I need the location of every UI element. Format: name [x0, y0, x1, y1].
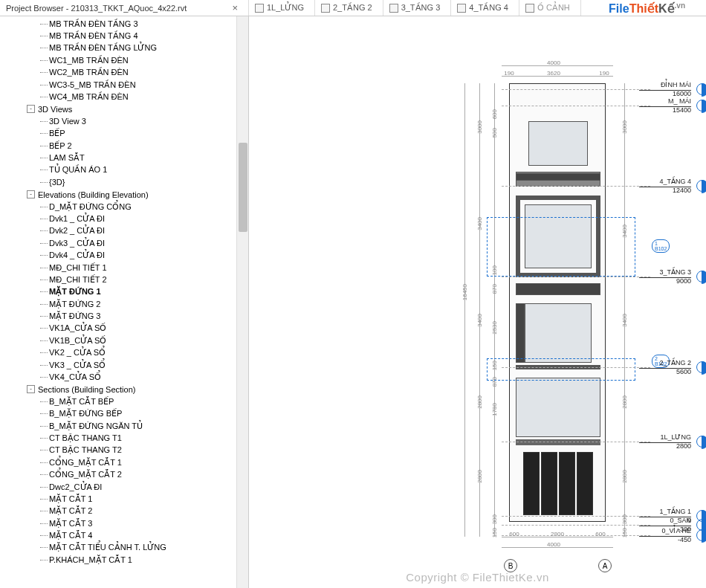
tree-node[interactable]: MB TRẦN ĐÈN TẦNG 4: [0, 30, 248, 42]
callout-1[interactable]: [487, 217, 635, 277]
level-marker-icon[interactable]: [696, 361, 706, 373]
tab-tang-2[interactable]: 2_TẦNG 2: [315, 0, 383, 16]
tree-node[interactable]: 3D View 3: [0, 115, 248, 127]
tree-node[interactable]: Dvk3 _ CỬA ĐI: [0, 237, 248, 249]
tree-node[interactable]: MB TRẦN ĐÈN TẦNG LỬNG: [0, 42, 248, 54]
tree-node[interactable]: VK2 _ CỬA SỔ: [0, 347, 248, 359]
tree-node[interactable]: CT BẬC THANG T1: [0, 432, 248, 444]
level-label[interactable]: 4_TẦNG 412400: [639, 178, 691, 195]
level-label[interactable]: 1L_LƯNG2800: [639, 434, 691, 450]
tab-canh[interactable]: Ồ CẢNH: [519, 0, 581, 16]
tree-node[interactable]: Dwc2_CỬA ĐI: [0, 481, 248, 493]
tree-node[interactable]: MẶT ĐỨNG 1: [0, 286, 248, 298]
view-tabs: 1L_LỬNG 2_TẦNG 2 3_TẦNG 3 4_TẦNG 4 Ồ CẢN…: [249, 0, 581, 16]
tree-label: WC3-5_MB TRẦN ĐÈN: [49, 80, 136, 90]
view-icon: [525, 4, 534, 13]
tree-node[interactable]: MẶT CẮT 3: [0, 517, 248, 529]
tree-node[interactable]: VK3 _ CỬA SỔ: [0, 359, 248, 371]
tree-node[interactable]: MẶT CẮT 4: [0, 529, 248, 541]
tree-node[interactable]: MẶT CẮT TIỂU CẢNH T. LỬNG: [0, 542, 248, 554]
tree-node[interactable]: B_MẶT ĐỨNG BẾP: [0, 408, 248, 420]
tree-node[interactable]: VK1A_CỬA SỐ: [0, 323, 248, 335]
tree-node[interactable]: Dvk4 _ CỬA ĐI: [0, 249, 248, 261]
tree-label: Elevations (Building Elevation): [38, 190, 149, 199]
tree-label: WC2_MB TRẦN ĐÈN: [49, 68, 129, 77]
tree-node[interactable]: -Sections (Building Section): [0, 384, 248, 395]
tree-node[interactable]: D_MẶT ĐỨNG CỔNG: [0, 201, 248, 213]
level-label[interactable]: 3_TẦNG 39000: [639, 269, 691, 285]
browser-scrollbar[interactable]: [236, 16, 248, 588]
tree-label: VK2 _ CỬA SỔ: [49, 348, 106, 358]
tree-label: WC1_MB TRẦN ĐÈN: [49, 56, 129, 65]
tree-node[interactable]: TỦ QUẦN ÁO 1: [0, 164, 248, 176]
callout-tag-1[interactable]: 1B102: [652, 239, 670, 253]
tree-node[interactable]: CỔNG_MẶT CẮT 2: [0, 468, 248, 480]
tree-node[interactable]: -Elevations (Building Elevation): [0, 188, 248, 200]
tree-node[interactable]: CT BẬC THANG T2: [0, 445, 248, 456]
tab-tang-3[interactable]: 3_TẦNG 3: [383, 0, 452, 16]
tree-label: B_MẶT ĐỨNG BẾP: [49, 409, 122, 419]
level-line: [502, 89, 650, 90]
level-marker-icon[interactable]: [696, 83, 706, 95]
tree-node[interactable]: Dvk1 _ CỬA ĐI: [0, 213, 248, 224]
project-browser[interactable]: MB TRẦN ĐÈN TẦNG 3MB TRẦN ĐÈN TẦNG 4MB T…: [0, 16, 249, 588]
tree-label: B_MẶT CẮT BẾP: [49, 397, 114, 407]
tree-toggle-icon[interactable]: -: [27, 190, 35, 198]
tree-node[interactable]: MẶT CẮT 2: [0, 505, 248, 517]
tree-node[interactable]: Dvk2 _ CỬA ĐI: [0, 225, 248, 237]
tree-label: MẶT CẮT 3: [49, 519, 92, 529]
tree-node[interactable]: -3D Views: [0, 103, 248, 115]
level-marker-icon[interactable]: [696, 271, 706, 282]
tree-node[interactable]: WC1_MB TRẦN ĐÈN: [0, 54, 248, 66]
tree-node[interactable]: BẾP 2: [0, 140, 248, 152]
tree-label: MĐ_CHI TIẾT 1: [49, 263, 107, 273]
level-label[interactable]: ĐỈNH MÁI16000: [639, 82, 691, 98]
tree-node[interactable]: MẶT CẮT 1: [0, 493, 248, 505]
tree-toggle-icon[interactable]: -: [27, 385, 35, 393]
tree-label: TỦ QUẦN ÁO 1: [49, 165, 107, 175]
level-label[interactable]: 0_VỈA HÈ-450: [639, 528, 691, 544]
grid-bubble-b[interactable]: B: [504, 559, 517, 572]
level-line: [502, 106, 650, 106]
tree-node[interactable]: WC3-5_MB TRẦN ĐÈN: [0, 79, 248, 91]
level-marker-icon[interactable]: [696, 529, 706, 541]
tab-tang-4[interactable]: 4_TẦNG 4: [451, 0, 519, 16]
tree-node[interactable]: MB TRẦN ĐÈN TẦNG 3: [0, 18, 248, 30]
tree-node[interactable]: BẾP: [0, 128, 248, 140]
tree-node[interactable]: WC2_MB TRẦN ĐÈN: [0, 67, 248, 79]
tree-node[interactable]: MĐ_CHI TIẾT 1: [0, 262, 248, 274]
tree-node[interactable]: MĐ_CHI TIẾT 2: [0, 274, 248, 285]
tree-toggle-icon[interactable]: -: [27, 105, 35, 113]
drawing-canvas[interactable]: 4000 190 3620 190 16450 3000 600 500 340…: [249, 16, 706, 588]
tree-node[interactable]: CỔNG_MẶT CẮT 1: [0, 456, 248, 468]
tree-node[interactable]: B_MẶT CẮT BẾP: [0, 395, 248, 407]
tree-label: B_MẶT ĐỨNG NGĂN TỦ: [49, 421, 143, 431]
level-label[interactable]: M_ MÁI15400: [639, 98, 691, 114]
tree-node[interactable]: {3D}: [0, 176, 248, 188]
tree-node[interactable]: MẶT ĐỨNG 3: [0, 310, 248, 322]
level-marker-icon[interactable]: [696, 100, 706, 112]
tree-label: CT BẬC THANG T1: [49, 433, 122, 443]
view-icon: [389, 4, 398, 13]
dim-top-total: 4000: [531, 59, 576, 66]
tree-node[interactable]: VK1B_CỬA SỐ: [0, 335, 248, 346]
tree-node[interactable]: P.KHÁCH_MẶT CẮT 1: [0, 554, 248, 566]
logo: FileThiếtKế.vn: [609, 1, 685, 16]
callout-2[interactable]: [487, 358, 635, 381]
tab-1l-lung[interactable]: 1L_LỬNG: [249, 0, 315, 16]
browser-close-icon[interactable]: ×: [227, 2, 242, 13]
tree-label: MẶT CẮT 1: [49, 494, 92, 504]
tree-node[interactable]: WC4_MB TRẦN ĐÈN: [0, 91, 248, 103]
window-floor4: [528, 121, 588, 166]
level-marker-icon[interactable]: [696, 436, 706, 448]
tree-node[interactable]: VK4_CỬA SỔ: [0, 371, 248, 383]
tree-node[interactable]: MẶT ĐỨNG 2: [0, 298, 248, 310]
tree-node[interactable]: LAM SẮT: [0, 152, 248, 164]
tree-label: D_MẶT ĐỨNG CỔNG: [49, 202, 132, 212]
tree-node[interactable]: B_MẶT ĐỨNG NGĂN TỦ: [0, 420, 248, 432]
grid-bubble-a[interactable]: A: [598, 559, 612, 572]
level-marker-icon[interactable]: [696, 180, 706, 192]
tree-label: Sections (Building Section): [38, 385, 135, 394]
scrollbar-thumb[interactable]: [239, 143, 247, 232]
level-label[interactable]: 2_TẦNG 25600: [639, 360, 691, 376]
